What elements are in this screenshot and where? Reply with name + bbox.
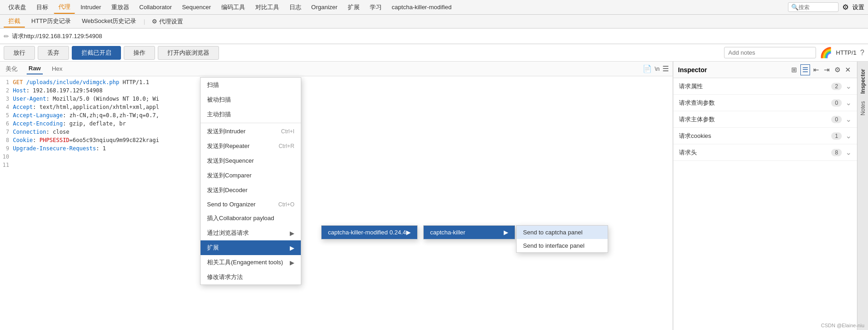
inspector-header: Inspector ⊞ ☰ ⇤ ⇥ ⚙ ✕	[673, 62, 857, 78]
action-button[interactable]: 操作	[124, 46, 155, 60]
sub-navigation: 拦截 HTTP历史记录 WebSocket历史记录 | ⚙ 代理设置	[0, 15, 868, 28]
section-count-request-query: 0	[831, 99, 842, 107]
top-nav-right: 🔍 ⚙ 设置	[788, 2, 864, 12]
code-line-6: 6 Accept-Encoding: gzip, deflate, br	[0, 119, 673, 128]
subnav-proxy-settings[interactable]: ⚙ 代理设置	[148, 16, 187, 27]
pencil-icon: ✏	[4, 33, 9, 40]
add-notes-input[interactable]	[724, 47, 816, 58]
code-line-1: 1 GET /uploads/include/vdimgck.php HTTP/…	[0, 78, 673, 86]
request-bar: ✏ 请求http://192.168.197.129:54908	[0, 28, 868, 44]
format-icon[interactable]: 📄	[643, 64, 652, 73]
section-label-request-headers: 请求头	[679, 148, 831, 157]
proxy-settings-label: 代理设置	[159, 17, 183, 26]
open-browser-button[interactable]: 打开内嵌浏览器	[158, 46, 219, 60]
action-bar: 放行 丢弃 拦截已开启 操作 打开内嵌浏览器 🌈 HTTP/1 ?	[0, 44, 868, 62]
inspector-section-request-body[interactable]: 请求主体参数 0 ⌄	[673, 111, 857, 128]
search-box[interactable]: 🔍	[788, 2, 839, 12]
list-view-icon[interactable]: ☰	[800, 64, 810, 75]
section-label-request-cookies: 请求cookies	[679, 132, 831, 140]
chevron-down-icon-3: ⌄	[845, 115, 851, 124]
code-line-2: 2 Host: 192.168.197.129:54908	[0, 86, 673, 95]
section-count-request-body: 0	[831, 116, 842, 123]
side-tab-inspector[interactable]: Inspector	[858, 65, 868, 97]
inspector-panel: Inspector ⊞ ☰ ⇤ ⇥ ⚙ ✕ 请求属性 2 ⌄ 请求查询参数 0 …	[673, 62, 857, 330]
section-count-request-attrs: 2	[831, 83, 842, 90]
help-icon[interactable]: ?	[860, 49, 864, 57]
chevron-down-icon-4: ⌄	[845, 131, 851, 140]
section-count-request-headers: 8	[831, 149, 842, 156]
chevron-down-icon-5: ⌄	[845, 148, 851, 157]
settings-label[interactable]: 设置	[852, 3, 864, 11]
subnav-divider: |	[144, 18, 145, 25]
align-right-icon[interactable]: ⇥	[822, 65, 831, 75]
release-button[interactable]: 放行	[4, 46, 35, 60]
settings-icon[interactable]: ⚙	[833, 65, 842, 75]
subnav-intercept[interactable]: 拦截	[4, 16, 25, 28]
newline-icon[interactable]: \n	[655, 65, 660, 72]
nav-item-organizer[interactable]: Organizer	[307, 2, 342, 12]
editor-toolbar: 📄 \n ☰	[643, 64, 669, 73]
intercept-on-button[interactable]: 拦截已开启	[72, 46, 121, 60]
nav-item-collaborator[interactable]: Collaborator	[135, 2, 177, 12]
action-bar-right: 🌈 HTTP/1 ?	[724, 47, 864, 59]
code-line-9: 9 Upgrade-Insecure-Requests: 1	[0, 144, 673, 153]
inspector-section-request-attrs[interactable]: 请求属性 2 ⌄	[673, 78, 857, 95]
nav-item-repeater[interactable]: 重放器	[107, 1, 134, 13]
code-line-3: 3 User-Agent: Mozilla/5.0 (Windows NT 10…	[0, 95, 673, 103]
side-tab-notes[interactable]: Notes	[858, 97, 868, 119]
main-area: 美化 Raw Hex 📄 \n ☰ 1 GET /uploads/include…	[0, 62, 868, 330]
nav-item-encode[interactable]: 编码工具	[217, 1, 250, 13]
editor-panel: 美化 Raw Hex 📄 \n ☰ 1 GET /uploads/include…	[0, 62, 673, 330]
align-left-icon[interactable]: ⇤	[812, 65, 821, 75]
code-line-10: 10	[0, 153, 673, 161]
inspector-section-request-headers[interactable]: 请求头 8 ⌄	[673, 144, 857, 161]
tab-raw[interactable]: Raw	[27, 63, 43, 74]
side-tabs: Inspector Notes	[857, 62, 868, 330]
code-line-11: 11	[0, 161, 673, 169]
request-url: 请求http://192.168.197.129:54908	[12, 32, 102, 40]
colorful-icon: 🌈	[820, 47, 832, 59]
gear-icon: ⚙	[152, 18, 157, 25]
tab-hex[interactable]: Hex	[50, 63, 64, 74]
http-version: HTTP/1	[836, 49, 857, 56]
inspector-title: Inspector	[678, 66, 787, 74]
watermark: CSDN @Elaine-niu	[821, 323, 864, 328]
search-input[interactable]	[799, 4, 835, 11]
nav-item-captcha[interactable]: captcha-killer-modified	[387, 2, 456, 12]
nav-item-compare[interactable]: 对比工具	[251, 1, 284, 13]
code-area[interactable]: 1 GET /uploads/include/vdimgck.php HTTP/…	[0, 76, 673, 330]
close-icon[interactable]: ✕	[844, 65, 852, 75]
settings-icon[interactable]: ⚙	[842, 3, 849, 11]
chevron-down-icon-2: ⌄	[845, 98, 851, 107]
nav-item-target[interactable]: 目标	[32, 1, 53, 13]
section-label-request-query: 请求查询参数	[679, 99, 831, 107]
nav-item-sequencer[interactable]: Sequencer	[178, 2, 216, 12]
nav-item-learn[interactable]: 学习	[365, 1, 386, 13]
subnav-http-history[interactable]: HTTP历史记录	[27, 16, 75, 28]
search-icon: 🔍	[791, 4, 799, 11]
nav-item-proxy[interactable]: 代理	[54, 1, 75, 14]
tab-pretty[interactable]: 美化	[4, 63, 19, 75]
code-line-5: 5 Accept-Language: zh-CN,zh;q=0.8,zh-TW;…	[0, 111, 673, 119]
menu-icon[interactable]: ☰	[662, 64, 669, 73]
chevron-down-icon: ⌄	[845, 82, 851, 91]
nav-item-dashboard[interactable]: 仪表盘	[4, 1, 31, 13]
code-line-8: 8 Cookie: PHPSESSID=6oo5c93nqiuqu9m99c82…	[0, 136, 673, 144]
editor-tabs: 美化 Raw Hex 📄 \n ☰	[0, 62, 673, 76]
top-navigation: 仪表盘 目标 代理 Intruder 重放器 Collaborator Sequ…	[0, 0, 868, 15]
section-label-request-attrs: 请求属性	[679, 82, 831, 91]
nav-item-intruder[interactable]: Intruder	[76, 2, 106, 12]
subnav-websocket-history[interactable]: WebSocket历史记录	[77, 16, 141, 28]
code-line-4: 4 Accept: text/html,application/xhtml+xm…	[0, 103, 673, 111]
inspector-icons: ⊞ ☰ ⇤ ⇥ ⚙ ✕	[790, 64, 852, 75]
grid-view-icon[interactable]: ⊞	[790, 65, 799, 75]
inspector-section-request-cookies[interactable]: 请求cookies 1 ⌄	[673, 128, 857, 144]
nav-item-extend[interactable]: 扩展	[343, 1, 364, 13]
code-line-7: 7 Connection: close	[0, 128, 673, 136]
inspector-section-request-query[interactable]: 请求查询参数 0 ⌄	[673, 95, 857, 111]
section-label-request-body: 请求主体参数	[679, 115, 831, 124]
section-count-request-cookies: 1	[831, 132, 842, 140]
nav-item-log[interactable]: 日志	[285, 1, 306, 13]
discard-button[interactable]: 丢弃	[38, 46, 69, 60]
